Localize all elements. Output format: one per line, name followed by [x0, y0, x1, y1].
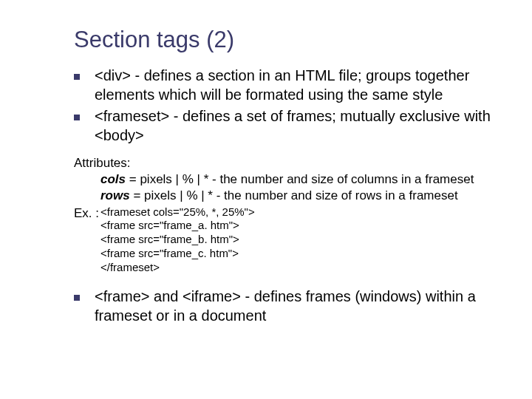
bullet-item: <div> - defines a section in an HTML fil… [74, 66, 502, 104]
slide: Section tags (2) <div> - defines a secti… [0, 0, 532, 399]
bullet-list-1: <div> - defines a section in an HTML fil… [74, 66, 502, 145]
example-label: Ex. : [74, 205, 100, 222]
slide-title: Section tags (2) [74, 27, 502, 53]
attributes-heading: Attributes: [74, 155, 502, 171]
attribute-rest: = pixels | % | * - the number and size o… [130, 188, 458, 202]
attributes-lines: cols = pixels | % | * - the number and s… [100, 171, 502, 204]
bullet-list-2: <frame> and <iframe> - defines frames (w… [74, 287, 502, 325]
attribute-line: cols = pixels | % | * - the number and s… [100, 171, 502, 188]
attribute-name: cols [100, 172, 126, 186]
attribute-name: rows [100, 188, 130, 202]
bullet-item: <frame> and <iframe> - defines frames (w… [74, 287, 502, 325]
attribute-rest: = pixels | % | * - the number and size o… [126, 172, 474, 186]
attribute-line: rows = pixels | % | * - the number and s… [100, 188, 502, 204]
example-row: Ex. : <frameset cols="25%, *, 25%"> <fra… [74, 205, 502, 275]
attributes-block: Attributes: cols = pixels | % | * - the … [74, 155, 502, 274]
example-code: <frameset cols="25%, *, 25%"> <frame src… [100, 205, 255, 275]
bullet-item: <frameset> - defines a set of frames; mu… [74, 107, 502, 145]
